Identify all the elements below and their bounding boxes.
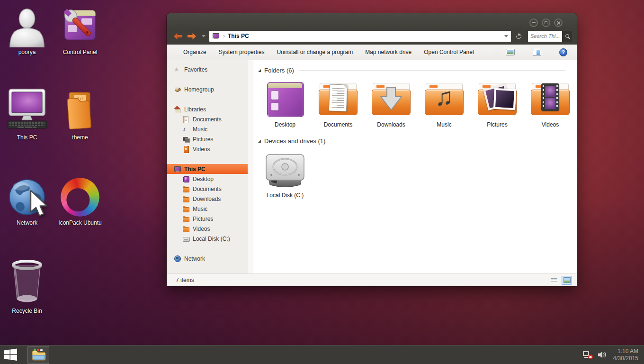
nav-item-label: Local Disk (C:) [193, 236, 230, 242]
nav-item-favorites[interactable]: Favorites [167, 64, 248, 74]
nav-item-network[interactable]: Network [167, 254, 248, 264]
address-bar[interactable]: This PC [209, 31, 511, 42]
help-icon[interactable] [559, 48, 567, 56]
address-dropdown-icon[interactable] [504, 35, 508, 37]
sidebar-scrollbar-track[interactable] [248, 60, 253, 273]
tile-desktop[interactable]: Desktop [260, 79, 310, 128]
tile-videos[interactable]: Videos [526, 79, 575, 128]
music-note-icon [420, 82, 469, 111]
section-header-folders[interactable]: Folders (6) [256, 66, 577, 74]
tile-label: Documents [313, 121, 363, 128]
nav-item-label: Pictures [193, 136, 213, 143]
nav-item-label: Music [193, 206, 207, 212]
nav-item-libraries[interactable]: Libraries [167, 104, 248, 114]
tile-label: Videos [526, 121, 575, 128]
nav-group-network: Network [167, 254, 248, 264]
nav-item-desktop[interactable]: Desktop [167, 174, 248, 184]
tile-documents[interactable]: Documents [313, 79, 363, 128]
open-control-panel-button[interactable]: Open Control Panel [418, 46, 480, 58]
search-button[interactable] [562, 31, 572, 42]
nav-item-label: This PC [184, 166, 206, 173]
nav-item-music[interactable]: Music [167, 204, 248, 214]
tile-label: Pictures [473, 121, 522, 128]
computer-icon [174, 165, 181, 173]
item-count: 7 items [176, 277, 194, 283]
desktop-folder-icon [182, 175, 189, 182]
nav-item-label: Pictures [193, 216, 213, 222]
search-box [528, 31, 572, 42]
nav-item-lib-documents[interactable]: Documents [167, 114, 248, 124]
desktop-icon-iconpack-ubuntu[interactable]: IconPack Ubuntu [57, 176, 103, 226]
section-header-devices[interactable]: Devices and drives (1) [256, 136, 577, 145]
photo-stack-icon [473, 79, 522, 120]
computer-icon [4, 87, 50, 133]
search-input[interactable] [528, 31, 562, 42]
folder-icon [182, 185, 189, 192]
desktop-icon-poorya[interactable]: poorya [4, 6, 50, 55]
maximize-button[interactable] [542, 18, 550, 27]
organize-button[interactable]: Organize [177, 46, 213, 58]
collapse-triangle-icon [258, 69, 261, 72]
tile-music[interactable]: Music [420, 79, 469, 128]
nav-item-videos[interactable]: Videos [167, 224, 248, 234]
nav-group-homegroup: Homegroup [167, 84, 248, 94]
iconpack-swirl-graphic [61, 178, 99, 217]
network-globe-icon [174, 255, 181, 262]
desktop-icon-control-panel[interactable]: Control Panel [57, 6, 103, 55]
nav-item-downloads[interactable]: Downloads [167, 194, 248, 204]
breadcrumb-location[interactable]: This PC [228, 33, 249, 39]
nav-item-this-pc[interactable]: This PC [167, 164, 248, 174]
start-button[interactable] [0, 346, 21, 364]
documents-folder-icon [313, 79, 363, 120]
preview-pane-icon[interactable] [533, 49, 541, 56]
refresh-button[interactable] [513, 31, 524, 42]
nav-item-lib-videos[interactable]: Videos [167, 144, 248, 154]
network-status-icon[interactable] [583, 351, 592, 358]
desktop-icon-network[interactable]: Network [4, 176, 50, 226]
minimize-button[interactable] [529, 18, 538, 27]
titlebar[interactable] [167, 13, 577, 29]
nav-group-libraries: Libraries Documents Music Pictures [167, 104, 248, 154]
system-properties-button[interactable]: System properties [213, 46, 271, 58]
close-button[interactable] [554, 18, 563, 27]
nav-item-lib-pictures[interactable]: Pictures [167, 134, 248, 144]
large-icons-view-button[interactable] [562, 276, 572, 285]
nav-item-lib-music[interactable]: Music [167, 124, 248, 134]
recent-locations-dropdown[interactable] [202, 35, 206, 37]
nav-item-documents[interactable]: Documents [167, 184, 248, 194]
user-icon [4, 6, 50, 47]
desktop-icon-recycle-bin[interactable]: Recycle Bin [4, 257, 50, 314]
document-icon [182, 116, 189, 123]
star-icon [174, 66, 181, 73]
back-button[interactable] [173, 33, 183, 40]
map-network-drive-button[interactable]: Map network drive [359, 46, 418, 58]
tile-local-disk[interactable]: Local Disk (C:) [260, 150, 310, 199]
forward-button[interactable] [187, 33, 197, 40]
nav-item-label: Videos [193, 226, 210, 232]
uninstall-program-button[interactable]: Uninstall or change a program [270, 46, 359, 58]
hard-drive-icon-svg [264, 152, 306, 190]
window-body: Favorites Homegroup Libraries [167, 60, 577, 273]
address-bar-row: This PC [167, 29, 577, 45]
nav-item-homegroup[interactable]: Homegroup [167, 84, 248, 94]
desktop-icon-label: theme [57, 134, 103, 141]
nav-item-pictures[interactable]: Pictures [167, 214, 248, 224]
nav-item-local-disk[interactable]: Local Disk (C:) [167, 234, 248, 244]
taskbar-clock[interactable]: 1:10 AM 4/30/2015 [613, 348, 638, 362]
details-view-button[interactable] [549, 276, 559, 285]
music-folder-icon [420, 79, 469, 120]
thumbnail-view-icon[interactable] [506, 49, 515, 55]
taskbar-file-explorer[interactable] [27, 346, 49, 364]
view-buttons [549, 276, 572, 285]
desktop-icon-this-pc[interactable]: This PC [4, 87, 50, 141]
tile-downloads[interactable]: Downloads [367, 79, 416, 128]
volume-icon[interactable] [598, 351, 607, 358]
theme-folder-icon-svg [59, 88, 101, 132]
tile-pictures[interactable]: Pictures [473, 79, 522, 128]
nav-item-label: Favorites [184, 66, 207, 73]
folder-icon [182, 215, 189, 222]
desktop[interactable]: poorya [0, 0, 644, 364]
desktop-icon-label: This PC [4, 134, 50, 141]
desktop-icon-theme[interactable]: theme [57, 87, 103, 141]
tile-label: Desktop [260, 121, 310, 128]
